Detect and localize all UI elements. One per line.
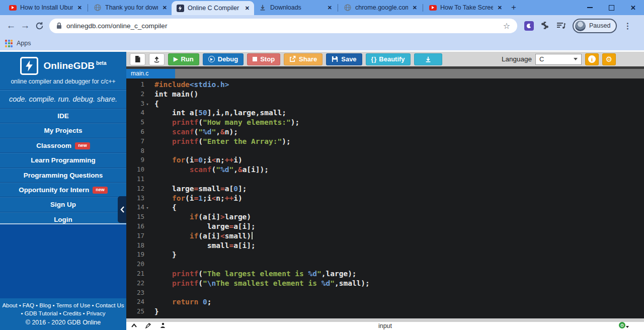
sidebar-item-my-projects[interactable]: My Projects <box>0 123 126 138</box>
code-line[interactable]: 11 <box>126 175 644 184</box>
sidebar-item-programming-questions[interactable]: Programming Questions <box>0 168 126 183</box>
footer-link-faq[interactable]: FAQ <box>23 302 34 308</box>
code-line[interactable]: 13 for(i=1;i<n;++i) <box>126 194 644 203</box>
fold-icon <box>144 212 150 222</box>
footer-link-terms-of-use[interactable]: Terms of Use <box>56 302 91 308</box>
code-line[interactable]: 17 if(a[i]<small) <box>126 231 644 241</box>
fold-icon[interactable]: ▾ <box>144 99 150 109</box>
code-line[interactable]: 4 int a[50],i,n,large,small; <box>126 108 644 118</box>
footer-link-contact-us[interactable]: Contact Us <box>96 302 124 308</box>
sidebar-collapse-button[interactable] <box>118 196 126 223</box>
tab-close-icon[interactable]: ✕ <box>245 5 250 12</box>
address-bar[interactable]: onlinegdb.com/online_c_compiler ☆ <box>49 19 517 33</box>
extension-icon[interactable] <box>524 21 534 31</box>
forward-button[interactable]: → <box>18 19 32 33</box>
maximize-button[interactable] <box>601 0 622 15</box>
browser-tab-how-to-take-screen[interactable]: How To Take Screen✕ <box>424 0 507 15</box>
code-line[interactable]: 6 scanf("%d",&n); <box>126 127 644 137</box>
code-line[interactable]: 9 for(i=0;i<n;++i) <box>126 155 644 165</box>
footer-separator: • <box>34 302 39 308</box>
sidebar-item-learn-programming[interactable]: Learn Programming <box>0 153 126 168</box>
tab-close-icon[interactable]: ✕ <box>498 5 502 11</box>
bookmark-star-icon[interactable]: ☆ <box>503 21 510 31</box>
code-line[interactable]: 20 <box>126 260 644 269</box>
run-button[interactable]: ▶Run <box>168 53 199 65</box>
browser-menu-icon[interactable]: ⋮ <box>623 21 631 31</box>
tab-close-icon[interactable]: ✕ <box>413 5 417 11</box>
code-line[interactable]: 2int main() <box>126 90 644 99</box>
stop-button[interactable]: Stop <box>247 53 280 65</box>
sidebar-item-label: Learn Programming <box>31 156 95 164</box>
save-button[interactable]: Save <box>326 53 362 65</box>
horizontal-scrollbar[interactable] <box>126 318 644 322</box>
code-line[interactable]: 19 } <box>126 250 644 260</box>
fold-icon <box>144 222 150 231</box>
reload-button[interactable] <box>32 19 46 33</box>
tab-close-icon[interactable]: ✕ <box>328 5 332 11</box>
language-cluster: Language C i ⚙ <box>502 53 616 65</box>
code-editor[interactable]: 1#include<stdio.h>2int main()3▾{4 int a[… <box>126 78 644 318</box>
sidebar-item-classroom[interactable]: Classroomnew <box>0 138 126 153</box>
browser-tab-downloads[interactable]: Downloads✕ <box>254 0 337 15</box>
browser-tab-thank-you-for-down[interactable]: Thank you for down✕ <box>89 0 172 15</box>
tab-close-icon[interactable]: ✕ <box>77 5 82 11</box>
footer-link-gdb-tutorial[interactable]: GDB Tutorial <box>25 310 58 316</box>
footer-separator: • <box>58 310 63 316</box>
code-text: for(i=0;i<n;++i) <box>150 155 243 165</box>
code-line[interactable]: 15 if(a[i]>large) <box>126 212 644 222</box>
status-indicator[interactable]: ⚙ <box>619 322 629 328</box>
code-line[interactable]: 7 printf("Enter the Array:"); <box>126 137 644 146</box>
new-badge: new <box>75 142 90 149</box>
language-select[interactable]: C <box>535 54 582 65</box>
back-button[interactable]: ← <box>4 19 18 33</box>
code-line[interactable]: 5 printf("How many elements:"); <box>126 118 644 127</box>
close-button[interactable]: ✕ <box>622 0 644 15</box>
new-file-button[interactable] <box>130 53 145 65</box>
browser-tab-how-to-install-ubunt[interactable]: How to Install Ubunt✕ <box>4 0 87 15</box>
code-line[interactable]: 12 large=small=a[0]; <box>126 184 644 194</box>
sidebar-item-sign-up[interactable]: Sign Up <box>0 197 126 212</box>
code-line[interactable]: 10 scanf("%d",&a[i]); <box>126 165 644 175</box>
upload-button[interactable] <box>149 53 165 65</box>
footer-link-credits[interactable]: Credits <box>63 310 81 316</box>
minimize-button[interactable] <box>579 0 601 15</box>
code-line[interactable]: 3▾{ <box>126 99 644 109</box>
share-button[interactable]: Share <box>284 53 323 65</box>
code-line[interactable]: 8 <box>126 146 644 156</box>
info-button[interactable]: i <box>585 53 599 65</box>
file-tab-main-c[interactable]: main.c <box>126 69 175 78</box>
code-line[interactable]: 25} <box>126 307 644 316</box>
code-line[interactable]: 23 <box>126 288 644 298</box>
code-line[interactable]: 21 printf("The largest element is %d",la… <box>126 269 644 279</box>
browser-tab-online-c-compiler[interactable]: Online C Compiler -✕ <box>172 1 254 15</box>
code-line[interactable]: 16 large=a[i]; <box>126 222 644 231</box>
playlist-icon[interactable] <box>556 22 566 30</box>
fold-icon[interactable]: ▾ <box>144 203 150 212</box>
footer-link-privacy[interactable]: Privacy <box>87 310 106 316</box>
share-icon <box>289 56 296 62</box>
new-tab-button[interactable]: + <box>507 0 521 15</box>
browser-tab-chrome-google-com[interactable]: chrome.google.com✕ <box>339 0 422 15</box>
sidebar-item-ide[interactable]: IDE <box>0 109 126 123</box>
extensions-puzzle-icon[interactable] <box>540 21 549 30</box>
footer-separator: • <box>21 310 24 316</box>
profile-button[interactable]: Paused <box>573 19 617 33</box>
download-button[interactable] <box>414 53 442 65</box>
beautify-button[interactable]: { }Beautify <box>366 53 411 65</box>
apps-shortcut[interactable]: Apps <box>17 40 31 47</box>
code-line[interactable]: 24 return 0; <box>126 297 644 307</box>
line-number: 12 <box>126 184 144 194</box>
input-panel-bar[interactable]: input ⚙ <box>126 322 644 330</box>
code-text: printf("\nThe smallest element is %d",sm… <box>150 279 370 288</box>
code-line[interactable]: 22 printf("\nThe smallest element is %d"… <box>126 279 644 288</box>
tab-close-icon[interactable]: ✕ <box>163 5 167 11</box>
sidebar-item-opportunity-for-intern[interactable]: Opportunity for Internnew <box>0 183 126 197</box>
code-line[interactable]: 18 small=a[i]; <box>126 241 644 251</box>
tab-divider <box>423 4 423 12</box>
code-line[interactable]: 14▾ { <box>126 203 644 212</box>
debug-button[interactable]: Debug <box>203 53 244 65</box>
footer-link-about[interactable]: About <box>2 302 17 308</box>
settings-button[interactable]: ⚙ <box>602 53 616 65</box>
code-line[interactable]: 1#include<stdio.h> <box>126 80 644 90</box>
footer-link-blog[interactable]: Blog <box>39 302 51 308</box>
